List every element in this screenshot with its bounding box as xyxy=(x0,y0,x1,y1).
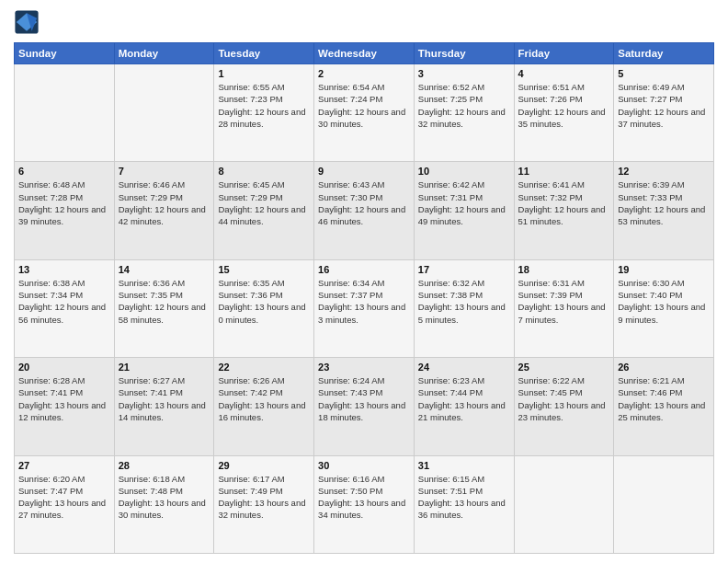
calendar-cell: 11Sunrise: 6:41 AM Sunset: 7:32 PM Dayli… xyxy=(514,162,614,259)
calendar-cell: 29Sunrise: 6:17 AM Sunset: 7:49 PM Dayli… xyxy=(214,455,314,553)
day-detail: Sunrise: 6:43 AM Sunset: 7:30 PM Dayligh… xyxy=(318,178,410,227)
day-number: 10 xyxy=(418,166,510,177)
day-number: 14 xyxy=(119,264,210,275)
day-detail: Sunrise: 6:48 AM Sunset: 7:28 PM Dayligh… xyxy=(18,178,110,227)
day-detail: Sunrise: 6:39 AM Sunset: 7:33 PM Dayligh… xyxy=(618,178,710,227)
day-number: 18 xyxy=(518,264,610,275)
calendar-cell: 22Sunrise: 6:26 AM Sunset: 7:42 PM Dayli… xyxy=(214,358,314,455)
day-detail: Sunrise: 6:18 AM Sunset: 7:48 PM Dayligh… xyxy=(119,473,210,522)
day-number: 27 xyxy=(18,460,110,471)
calendar-cell: 30Sunrise: 6:16 AM Sunset: 7:50 PM Dayli… xyxy=(314,455,415,553)
day-number: 11 xyxy=(518,166,610,177)
day-detail: Sunrise: 6:55 AM Sunset: 7:23 PM Dayligh… xyxy=(218,81,310,130)
calendar-header-sunday: Sunday xyxy=(15,43,115,64)
day-detail: Sunrise: 6:21 AM Sunset: 7:46 PM Dayligh… xyxy=(618,374,710,423)
logo-icon xyxy=(14,9,40,35)
calendar-cell: 27Sunrise: 6:20 AM Sunset: 7:47 PM Dayli… xyxy=(15,455,115,553)
calendar-cell: 2Sunrise: 6:54 AM Sunset: 7:24 PM Daylig… xyxy=(314,64,415,162)
day-detail: Sunrise: 6:32 AM Sunset: 7:38 PM Dayligh… xyxy=(418,277,510,326)
calendar-cell: 3Sunrise: 6:52 AM Sunset: 7:25 PM Daylig… xyxy=(414,64,514,162)
day-number: 1 xyxy=(218,68,310,79)
day-number: 8 xyxy=(218,166,310,177)
day-detail: Sunrise: 6:16 AM Sunset: 7:50 PM Dayligh… xyxy=(318,473,410,522)
day-number: 28 xyxy=(119,460,210,471)
calendar-header-tuesday: Tuesday xyxy=(214,43,314,64)
calendar-cell: 6Sunrise: 6:48 AM Sunset: 7:28 PM Daylig… xyxy=(15,162,115,259)
day-number: 15 xyxy=(218,264,310,275)
day-number: 17 xyxy=(418,264,510,275)
day-number: 26 xyxy=(618,362,710,373)
day-detail: Sunrise: 6:24 AM Sunset: 7:43 PM Dayligh… xyxy=(318,374,410,423)
day-number: 30 xyxy=(318,460,410,471)
calendar-cell: 28Sunrise: 6:18 AM Sunset: 7:48 PM Dayli… xyxy=(114,455,214,553)
day-number: 13 xyxy=(18,264,110,275)
day-detail: Sunrise: 6:28 AM Sunset: 7:41 PM Dayligh… xyxy=(18,374,110,423)
day-detail: Sunrise: 6:20 AM Sunset: 7:47 PM Dayligh… xyxy=(18,473,110,522)
day-detail: Sunrise: 6:22 AM Sunset: 7:45 PM Dayligh… xyxy=(518,374,610,423)
day-number: 4 xyxy=(518,68,610,79)
day-detail: Sunrise: 6:42 AM Sunset: 7:31 PM Dayligh… xyxy=(418,178,510,227)
page: SundayMondayTuesdayWednesdayThursdayFrid… xyxy=(0,0,728,563)
calendar-cell: 17Sunrise: 6:32 AM Sunset: 7:38 PM Dayli… xyxy=(414,259,514,357)
calendar-header-monday: Monday xyxy=(114,43,214,64)
calendar-header-thursday: Thursday xyxy=(414,43,514,64)
calendar-cell: 26Sunrise: 6:21 AM Sunset: 7:46 PM Dayli… xyxy=(614,358,714,455)
day-number: 5 xyxy=(618,68,710,79)
day-number: 7 xyxy=(119,166,210,177)
calendar-header-wednesday: Wednesday xyxy=(314,43,415,64)
day-detail: Sunrise: 6:34 AM Sunset: 7:37 PM Dayligh… xyxy=(318,277,410,326)
day-detail: Sunrise: 6:46 AM Sunset: 7:29 PM Dayligh… xyxy=(119,178,210,227)
day-number: 24 xyxy=(418,362,510,373)
calendar-cell xyxy=(114,64,214,162)
calendar-cell: 9Sunrise: 6:43 AM Sunset: 7:30 PM Daylig… xyxy=(314,162,415,259)
calendar-cell: 18Sunrise: 6:31 AM Sunset: 7:39 PM Dayli… xyxy=(514,259,614,357)
calendar-week-2: 6Sunrise: 6:48 AM Sunset: 7:28 PM Daylig… xyxy=(15,162,714,259)
day-detail: Sunrise: 6:36 AM Sunset: 7:35 PM Dayligh… xyxy=(119,277,210,326)
day-detail: Sunrise: 6:52 AM Sunset: 7:25 PM Dayligh… xyxy=(418,81,510,130)
calendar-header-saturday: Saturday xyxy=(614,43,714,64)
calendar-cell: 21Sunrise: 6:27 AM Sunset: 7:41 PM Dayli… xyxy=(114,358,214,455)
day-detail: Sunrise: 6:17 AM Sunset: 7:49 PM Dayligh… xyxy=(218,473,310,522)
calendar-cell: 25Sunrise: 6:22 AM Sunset: 7:45 PM Dayli… xyxy=(514,358,614,455)
day-detail: Sunrise: 6:31 AM Sunset: 7:39 PM Dayligh… xyxy=(518,277,610,326)
day-number: 25 xyxy=(518,362,610,373)
calendar-header-friday: Friday xyxy=(514,43,614,64)
calendar-cell: 7Sunrise: 6:46 AM Sunset: 7:29 PM Daylig… xyxy=(114,162,214,259)
calendar-cell: 1Sunrise: 6:55 AM Sunset: 7:23 PM Daylig… xyxy=(214,64,314,162)
day-detail: Sunrise: 6:38 AM Sunset: 7:34 PM Dayligh… xyxy=(18,277,110,326)
calendar-week-4: 20Sunrise: 6:28 AM Sunset: 7:41 PM Dayli… xyxy=(15,358,714,455)
calendar-cell xyxy=(614,455,714,553)
calendar-cell: 19Sunrise: 6:30 AM Sunset: 7:40 PM Dayli… xyxy=(614,259,714,357)
calendar-cell xyxy=(514,455,614,553)
day-number: 3 xyxy=(418,68,510,79)
calendar-cell: 4Sunrise: 6:51 AM Sunset: 7:26 PM Daylig… xyxy=(514,64,614,162)
calendar-week-5: 27Sunrise: 6:20 AM Sunset: 7:47 PM Dayli… xyxy=(15,455,714,553)
day-number: 6 xyxy=(18,166,110,177)
calendar-cell: 16Sunrise: 6:34 AM Sunset: 7:37 PM Dayli… xyxy=(314,259,415,357)
day-number: 12 xyxy=(618,166,710,177)
day-number: 21 xyxy=(119,362,210,373)
day-detail: Sunrise: 6:45 AM Sunset: 7:29 PM Dayligh… xyxy=(218,178,310,227)
calendar-cell: 14Sunrise: 6:36 AM Sunset: 7:35 PM Dayli… xyxy=(114,259,214,357)
calendar-cell: 12Sunrise: 6:39 AM Sunset: 7:33 PM Dayli… xyxy=(614,162,714,259)
calendar-cell: 8Sunrise: 6:45 AM Sunset: 7:29 PM Daylig… xyxy=(214,162,314,259)
calendar-cell: 24Sunrise: 6:23 AM Sunset: 7:44 PM Dayli… xyxy=(414,358,514,455)
calendar-header-row: SundayMondayTuesdayWednesdayThursdayFrid… xyxy=(15,43,714,64)
day-number: 16 xyxy=(318,264,410,275)
day-number: 22 xyxy=(218,362,310,373)
calendar-cell: 23Sunrise: 6:24 AM Sunset: 7:43 PM Dayli… xyxy=(314,358,415,455)
day-detail: Sunrise: 6:26 AM Sunset: 7:42 PM Dayligh… xyxy=(218,374,310,423)
day-detail: Sunrise: 6:51 AM Sunset: 7:26 PM Dayligh… xyxy=(518,81,610,130)
day-detail: Sunrise: 6:54 AM Sunset: 7:24 PM Dayligh… xyxy=(318,81,410,130)
day-detail: Sunrise: 6:49 AM Sunset: 7:27 PM Dayligh… xyxy=(618,81,710,130)
calendar-cell xyxy=(15,64,115,162)
calendar-week-1: 1Sunrise: 6:55 AM Sunset: 7:23 PM Daylig… xyxy=(15,64,714,162)
calendar-cell: 10Sunrise: 6:42 AM Sunset: 7:31 PM Dayli… xyxy=(414,162,514,259)
calendar-cell: 20Sunrise: 6:28 AM Sunset: 7:41 PM Dayli… xyxy=(15,358,115,455)
day-detail: Sunrise: 6:35 AM Sunset: 7:36 PM Dayligh… xyxy=(218,277,310,326)
day-number: 23 xyxy=(318,362,410,373)
header xyxy=(14,9,714,35)
calendar: SundayMondayTuesdayWednesdayThursdayFrid… xyxy=(14,42,714,554)
day-number: 20 xyxy=(18,362,110,373)
day-detail: Sunrise: 6:23 AM Sunset: 7:44 PM Dayligh… xyxy=(418,374,510,423)
